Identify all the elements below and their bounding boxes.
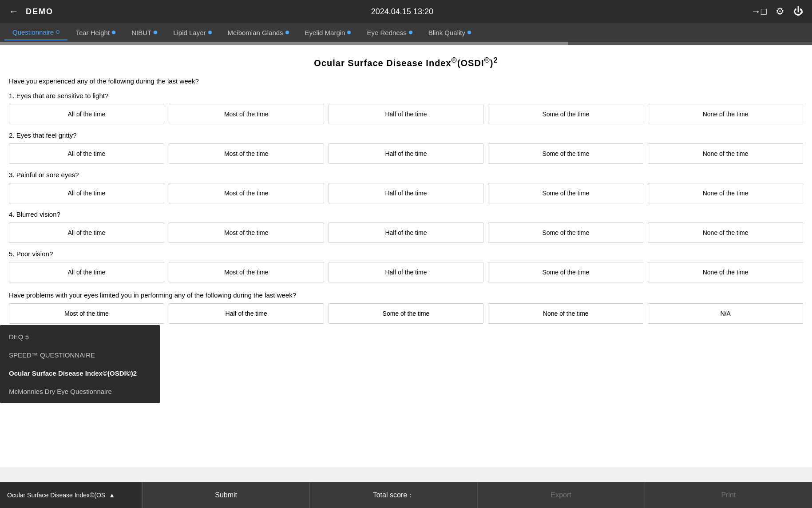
q3-option-1[interactable]: All of the time	[9, 183, 164, 203]
question-3-label: 3. Painful or sore eyes?	[9, 171, 803, 179]
nav-bar: Questionnaire Tear Height NIBUT Lipid La…	[0, 23, 812, 42]
question-1-label: 1. Eyes that are sensitive to light?	[9, 92, 803, 99]
tab-blink-quality[interactable]: Blink Quality	[420, 25, 479, 40]
tab-tear-height[interactable]: Tear Height	[67, 25, 123, 40]
questionnaire-selector[interactable]: Ocular Surface Disease Index©(OS ▲	[0, 482, 142, 508]
tab-label: Lipid Layer	[173, 29, 206, 36]
tab-indicator	[208, 31, 212, 34]
question-5-label: 5. Poor vision?	[9, 250, 803, 258]
q5-option-5[interactable]: None of the time	[648, 262, 803, 282]
tab-eyelid-margin[interactable]: Eyelid Margin	[297, 25, 359, 40]
tab-indicator	[56, 30, 59, 34]
selector-label: Ocular Surface Disease Index©(OS	[7, 492, 105, 499]
q4-option-4[interactable]: Some of the time	[488, 222, 643, 243]
dropdown-item-osdi[interactable]: Ocular Surface Disease Index©(OSDI©)2	[0, 364, 160, 382]
tab-label: Eyelid Margin	[305, 29, 345, 36]
q6-option-3[interactable]: Half of the time	[169, 303, 324, 324]
q4-option-5[interactable]: None of the time	[648, 222, 803, 243]
footer: Ocular Surface Disease Index©(OS ▲ Submi…	[0, 482, 812, 508]
page-title: Ocular Surface Disease Index©(OSDI©)2	[9, 56, 803, 68]
q4-option-3[interactable]: Half of the time	[329, 222, 484, 243]
question-4-label: 4. Blurred vision?	[9, 210, 803, 218]
tab-indicator	[112, 31, 115, 34]
q6-option-na[interactable]: N/A	[648, 303, 803, 324]
questionnaire-dropdown: DEQ 5 SPEED™ QUESTIONNAIRE Ocular Surfac…	[0, 325, 160, 403]
nav-tabs: Questionnaire Tear Height NIBUT Lipid La…	[4, 25, 479, 40]
q2-option-3[interactable]: Half of the time	[329, 143, 484, 164]
q3-option-3[interactable]: Half of the time	[329, 183, 484, 203]
header-datetime: 2024.04.15 13:20	[371, 7, 433, 16]
tab-label: Eye Redness	[367, 29, 406, 36]
power-icon[interactable]: ⏻	[793, 6, 803, 17]
q4-option-1[interactable]: All of the time	[9, 222, 164, 243]
q1-option-3[interactable]: Half of the time	[329, 104, 484, 124]
tab-indicator	[154, 31, 157, 34]
chevron-up-icon: ▲	[109, 492, 115, 499]
submit-button[interactable]: Submit	[142, 482, 309, 508]
print-button[interactable]: Print	[645, 482, 812, 508]
tab-meibomian-glands[interactable]: Meibomian Glands	[220, 25, 297, 40]
q3-option-5[interactable]: None of the time	[648, 183, 803, 203]
tab-nibut[interactable]: NIBUT	[123, 25, 165, 40]
total-score-display: Total score：	[309, 482, 477, 508]
nav-scrollbar[interactable]	[0, 42, 812, 45]
nav-scrollbar-thumb	[0, 42, 568, 45]
question-2-label: 2. Eyes that feel gritty?	[9, 131, 803, 139]
export-button[interactable]: Export	[477, 482, 645, 508]
dropdown-item-speed[interactable]: SPEED™ QUESTIONNAIRE	[0, 346, 160, 364]
q2-option-4[interactable]: Some of the time	[488, 143, 643, 164]
login-icon[interactable]: →□	[751, 6, 767, 17]
tab-label: Tear Height	[75, 29, 110, 36]
question-2-options: All of the time Most of the time Half of…	[9, 143, 803, 164]
tab-indicator	[347, 31, 351, 34]
question-6-partial-options: Most of the time Half of the time Some o…	[9, 303, 803, 324]
q5-option-4[interactable]: Some of the time	[488, 262, 643, 282]
header-right: →□ ⚙ ⏻	[751, 6, 803, 17]
main-content: Ocular Surface Disease Index©(OSDI©)2 Ha…	[0, 45, 812, 467]
question-5-options: All of the time Most of the time Half of…	[9, 262, 803, 282]
q6-option-2[interactable]: Most of the time	[9, 303, 164, 324]
q1-option-2[interactable]: Most of the time	[169, 104, 324, 124]
dropdown-item-deq5[interactable]: DEQ 5	[0, 328, 160, 346]
settings-icon[interactable]: ⚙	[776, 6, 784, 17]
q1-option-5[interactable]: None of the time	[648, 104, 803, 124]
q3-option-4[interactable]: Some of the time	[488, 183, 643, 203]
q5-option-3[interactable]: Half of the time	[329, 262, 484, 282]
back-button[interactable]: ←	[9, 6, 19, 17]
header-left: ← DEMO	[9, 6, 53, 17]
tab-indicator	[467, 31, 471, 34]
q2-option-1[interactable]: All of the time	[9, 143, 164, 164]
tab-lipid-layer[interactable]: Lipid Layer	[165, 25, 219, 40]
q6-option-4[interactable]: Some of the time	[329, 303, 484, 324]
q6-option-5[interactable]: None of the time	[488, 303, 643, 324]
tab-label: Meibomian Glands	[228, 29, 283, 36]
app-title: DEMO	[26, 7, 53, 16]
tab-eye-redness[interactable]: Eye Redness	[359, 25, 420, 40]
question-3-options: All of the time Most of the time Half of…	[9, 183, 803, 203]
question-4-options: All of the time Most of the time Half of…	[9, 222, 803, 243]
q5-option-2[interactable]: Most of the time	[169, 262, 324, 282]
tab-label: NIBUT	[131, 29, 151, 36]
tab-label: Blink Quality	[428, 29, 465, 36]
q5-option-1[interactable]: All of the time	[9, 262, 164, 282]
tab-questionnaire[interactable]: Questionnaire	[4, 25, 67, 40]
q1-option-1[interactable]: All of the time	[9, 104, 164, 124]
header: ← DEMO 2024.04.15 13:20 →□ ⚙ ⏻	[0, 0, 812, 23]
q3-option-2[interactable]: Most of the time	[169, 183, 324, 203]
q2-option-2[interactable]: Most of the time	[169, 143, 324, 164]
q1-option-4[interactable]: Some of the time	[488, 104, 643, 124]
tab-label: Questionnaire	[12, 28, 54, 36]
q4-option-2[interactable]: Most of the time	[169, 222, 324, 243]
dropdown-item-mcmonnies[interactable]: McMonnies Dry Eye Questionnaire	[0, 382, 160, 401]
section2-intro: Have problems with your eyes limited you…	[9, 291, 803, 299]
q2-option-5[interactable]: None of the time	[648, 143, 803, 164]
question-1-options: All of the time Most of the time Half of…	[9, 104, 803, 124]
tab-indicator	[285, 31, 289, 34]
section-intro: Have you experienced any of the followin…	[9, 77, 803, 85]
tab-indicator	[409, 31, 412, 34]
